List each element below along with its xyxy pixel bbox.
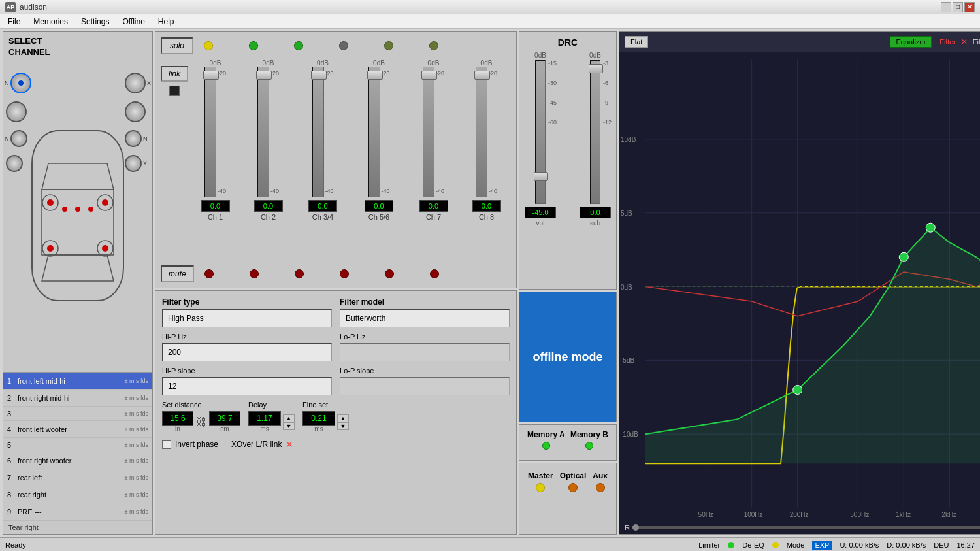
channel-item-7[interactable]: 7 rear left ± m s fds [3, 469, 152, 486]
lo-p-slope-select[interactable] [340, 377, 510, 395]
source-master[interactable]: Master [528, 471, 553, 492]
drc-vol-handle[interactable] [534, 172, 548, 181]
channel-item-2[interactable]: 2 front right mid-hi ± m s fds [3, 390, 152, 407]
filter-type-select[interactable]: High Pass Low Pass Band Pass Full Range [162, 309, 332, 327]
fader-ch7-handle[interactable] [421, 71, 437, 80]
distance-delay-inner: Set distance in ⛓ cm [162, 401, 510, 433]
fine-set-ms-input[interactable] [302, 411, 335, 426]
source-aux[interactable]: Aux [593, 471, 608, 492]
fader-ch1-track[interactable] [204, 67, 216, 197]
fader-ch2-track[interactable] [257, 67, 269, 197]
minimize-button[interactable]: − [941, 2, 951, 12]
delay-ms-input[interactable] [248, 411, 281, 426]
menu-help[interactable]: Help [153, 16, 180, 27]
fine-set-up-button[interactable]: ▲ [337, 414, 349, 422]
distance-in-input[interactable] [162, 411, 193, 426]
fine-set-down-button[interactable]: ▼ [337, 422, 349, 430]
rl-slider-handle[interactable] [632, 524, 639, 531]
fader-ch8-value[interactable]: 0.0 [472, 200, 501, 212]
filter-model-select[interactable]: Butterworth Linkwitz-Riley Bessel [340, 309, 510, 327]
fader-ch8-track[interactable] [476, 67, 487, 197]
speaker-rear-right-top[interactable] [125, 130, 142, 147]
speaker-rear-left-bot[interactable] [6, 155, 23, 172]
channel-controls-1: ± m s fds [125, 378, 148, 384]
dist-cm-group: cm [209, 411, 240, 433]
speaker-front-right-bot[interactable] [125, 101, 146, 122]
mute-dot-5[interactable] [385, 269, 394, 278]
source-optical[interactable]: Optical [560, 471, 587, 492]
channel-name-6: front right woofer [18, 457, 125, 465]
solo-dot-5[interactable] [384, 41, 393, 50]
solo-dot-2[interactable] [249, 41, 258, 50]
fader-ch56-track-wrap: -20 -40 [368, 67, 390, 197]
solo-dot-4[interactable] [339, 41, 348, 50]
speaker-rear-left-top[interactable] [10, 130, 27, 147]
mute-dot-3[interactable] [295, 269, 304, 278]
channel-item-1[interactable]: 1 front left mid-hi ± m s fds [3, 373, 152, 390]
channel-item-6[interactable]: 6 front right woofer ± m s fds [3, 452, 152, 469]
solo-dot-3[interactable] [294, 41, 303, 50]
channel-item-5[interactable]: 5 ± m s fds [3, 438, 152, 452]
mute-dot-1[interactable] [204, 269, 214, 278]
fader-ch1-value[interactable]: 0.0 [201, 200, 230, 212]
fader-ch2-value[interactable]: 0.0 [254, 200, 283, 212]
lo-p-hz-select[interactable] [340, 343, 510, 361]
speaker-front-right-top[interactable] [125, 73, 146, 93]
drc-vol-track[interactable] [535, 60, 546, 204]
mute-button[interactable]: mute [161, 265, 194, 282]
eq-canvas[interactable] [619, 52, 980, 521]
fader-ch1-handle[interactable] [203, 71, 219, 80]
fader-ch34-handle[interactable] [311, 71, 327, 80]
menu-offline[interactable]: Offline [117, 16, 150, 27]
drc-sub-handle[interactable] [589, 64, 603, 73]
rl-slider-track[interactable] [632, 526, 980, 529]
link-chain-icon[interactable]: ⛓ [196, 416, 206, 428]
delay-up-button[interactable]: ▲ [283, 414, 295, 422]
menu-memories[interactable]: Memories [28, 16, 73, 27]
fader-ch56-value[interactable]: 0.0 [365, 200, 393, 212]
right-panel: DRC 0dB -15 -30 -45 -60 [519, 31, 617, 535]
solo-dot-1[interactable] [204, 41, 213, 50]
xover-link-icon[interactable]: ✕ [286, 439, 293, 450]
mute-dot-2[interactable] [250, 269, 259, 278]
invert-phase-checkbox[interactable] [162, 440, 171, 449]
mute-dot-4[interactable] [340, 269, 349, 278]
menu-settings[interactable]: Settings [76, 16, 114, 27]
fader-ch56-handle[interactable] [367, 71, 383, 80]
link-button[interactable]: link [161, 66, 188, 82]
fader-ch7-track[interactable] [423, 67, 434, 197]
channel-item-3[interactable]: 3 ± m s fds [3, 407, 152, 421]
fader-ch34-track[interactable] [312, 67, 324, 197]
drc-sub-value[interactable]: 0.0 [580, 207, 611, 218]
delay-down-button[interactable]: ▼ [283, 422, 295, 430]
fader-ch34-value[interactable]: 0.0 [308, 200, 337, 212]
speaker-front-left-bot[interactable] [6, 101, 27, 122]
close-button[interactable]: ✕ [964, 2, 975, 12]
fader-ch8-handle[interactable] [474, 71, 490, 80]
filter-hz-row: Hi-P Hz 200 100 500 Lo-P Hz [162, 333, 510, 361]
fader-ch7-value[interactable]: 0.0 [419, 200, 448, 212]
flat-button[interactable]: Flat [625, 36, 648, 48]
fader-ch2-handle[interactable] [256, 71, 272, 80]
solo-button[interactable]: solo [161, 37, 193, 54]
speaker-rear-right-bot[interactable] [125, 155, 142, 172]
channel-controls-9: ± m s fds [125, 509, 148, 515]
fader-ch56-track[interactable] [368, 67, 380, 197]
drc-vol-value[interactable]: -45.0 [525, 207, 556, 218]
channel-item-4[interactable]: 4 front left woofer ± m s fds [3, 421, 152, 438]
filter-label[interactable]: Filter [939, 38, 955, 46]
distance-cm-input[interactable] [209, 411, 240, 426]
filter-eq-label[interactable]: Filter+EQ [973, 38, 980, 46]
solo-dot-6[interactable] [429, 41, 438, 50]
link-checkbox[interactable] [169, 86, 180, 96]
speaker-front-left-top[interactable] [10, 73, 31, 93]
channel-item-8[interactable]: 8 rear right ± m s fds [3, 486, 152, 503]
maximize-button[interactable]: □ [953, 2, 963, 12]
menu-file[interactable]: File [3, 16, 25, 27]
drc-sub-track[interactable] [590, 60, 600, 204]
equalizer-button[interactable]: Equalizer [890, 36, 932, 48]
channel-item-9[interactable]: 9 PRE --- ± m s fds [3, 503, 152, 520]
mute-dot-6[interactable] [430, 269, 439, 278]
hi-p-slope-select[interactable]: 12 24 6 [162, 377, 332, 395]
hi-p-hz-select[interactable]: 200 100 500 [162, 343, 332, 361]
